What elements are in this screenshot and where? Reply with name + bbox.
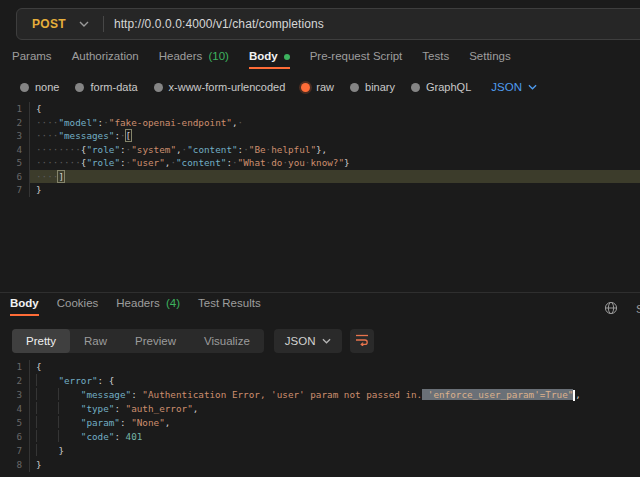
wrap-text-icon: [355, 332, 369, 350]
view-mode-raw[interactable]: Raw: [70, 329, 121, 353]
radio-icon: [301, 83, 310, 92]
code-text: }: [30, 183, 640, 197]
token-key: "error": [58, 375, 97, 386]
response-tab-body[interactable]: Body: [10, 297, 39, 316]
radio-icon: [20, 83, 29, 92]
radio-icon: [75, 83, 84, 92]
tab-count: (4): [163, 297, 180, 309]
token-ws: ·: [238, 117, 244, 128]
line-number: 6: [0, 430, 30, 444]
token-str: "auth_error": [126, 403, 193, 414]
token-str: "user": [131, 157, 165, 168]
response-section-divider: [0, 292, 640, 293]
view-mode-visualize[interactable]: Visualize: [190, 329, 264, 353]
line-number: 1: [0, 102, 30, 116]
token-key: "role": [86, 157, 120, 168]
tab-count: (10): [205, 50, 229, 62]
token-pun: :: [114, 403, 125, 414]
line-number: 4: [0, 143, 30, 157]
tab-settings[interactable]: Settings: [469, 50, 511, 69]
token-pun: ,: [575, 389, 581, 400]
token-key: "content": [176, 157, 226, 168]
request-url-bar: POST http://0.0.0.0:4000/v1/chat/complet…: [16, 8, 640, 40]
code-line: 4········{"role":·"system",·"content":·"…: [0, 143, 640, 157]
indent-guide: [58, 388, 80, 400]
code-text: {: [30, 102, 640, 116]
method-selector[interactable]: POST: [17, 17, 101, 31]
token-pun: },: [316, 144, 327, 155]
method-label: POST: [32, 17, 66, 31]
token-pun: : {: [98, 375, 115, 386]
token-str: know?": [310, 157, 344, 168]
body-mode-radios: noneform-datax-www-form-urlencodedrawbin…: [20, 77, 640, 97]
indent-guide: [36, 374, 58, 386]
radio-icon: [350, 83, 359, 92]
view-mode-pretty[interactable]: Pretty: [12, 329, 70, 353]
token-pun: ,: [165, 417, 171, 428]
body-mode-raw[interactable]: raw: [301, 81, 334, 93]
code-text: "error": {: [30, 374, 640, 388]
view-mode-preview[interactable]: Preview: [121, 329, 190, 353]
line-number: 5: [0, 156, 30, 170]
body-mode-label: form-data: [90, 81, 137, 93]
tab-authorization[interactable]: Authorization: [72, 50, 139, 69]
code-line: 1{: [0, 102, 640, 116]
code-text: "message": "Authentication Error, 'user'…: [30, 388, 640, 402]
body-mode-none[interactable]: none: [20, 81, 59, 93]
response-tab-headers[interactable]: Headers (4): [116, 297, 180, 316]
code-line: 7}: [0, 183, 640, 197]
token-key: "type": [81, 403, 115, 414]
tab-label: Body: [249, 50, 278, 62]
token-ws: ····: [36, 117, 58, 128]
line-number: 4: [0, 402, 30, 416]
response-body-editor[interactable]: 1{2"error": {3"message": "Authentication…: [0, 356, 640, 477]
code-text: ····"model":·"fake-openai-endpoint",·: [30, 116, 640, 130]
token-str: do: [271, 157, 282, 168]
body-mode-graphql[interactable]: GraphQL: [411, 81, 471, 93]
token-num: 401: [126, 431, 143, 442]
token-key: "role": [86, 144, 120, 155]
response-language-select[interactable]: JSON: [274, 329, 343, 353]
token-key: "code": [81, 431, 115, 442]
request-language-select[interactable]: JSON: [491, 81, 537, 93]
url-input[interactable]: http://0.0.0.0:4000/v1/chat/completions: [114, 17, 324, 31]
response-language-label: JSON: [285, 335, 316, 347]
tab-headers[interactable]: Headers (10): [159, 50, 229, 69]
token-pun: }: [36, 459, 42, 470]
indent-guide: [36, 416, 58, 428]
indent-guide: [58, 416, 80, 428]
body-mode-label: raw: [316, 81, 334, 93]
tab-label: Settings: [469, 50, 511, 62]
response-tab-cookies[interactable]: Cookies: [57, 297, 99, 316]
code-line: 6"code": 401: [0, 430, 640, 444]
token-str: helpful": [271, 144, 316, 155]
code-line: 6····]: [0, 170, 640, 184]
wrap-text-button[interactable]: [350, 329, 374, 353]
tab-pre-request-script[interactable]: Pre-request Script: [310, 50, 403, 69]
response-toolbar: PrettyRawPreviewVisualize JSON: [12, 329, 374, 353]
request-body-editor[interactable]: 1{2····"model":·"fake-openai-endpoint",·…: [0, 100, 640, 292]
status-text-clipped: St: [636, 303, 640, 317]
line-number: 3: [0, 129, 30, 143]
token-ws: ····: [36, 171, 58, 182]
indent-guide: [36, 430, 58, 442]
code-text: "code": 401: [30, 430, 640, 444]
code-text: }: [30, 458, 640, 472]
token-pun: {: [36, 361, 42, 372]
tab-body[interactable]: Body: [249, 50, 290, 69]
chevron-down-icon: [322, 338, 331, 344]
body-mode-x-www-form-urlencoded[interactable]: x-www-form-urlencoded: [154, 81, 286, 93]
token-ws: ········: [36, 157, 81, 168]
code-line: 5"param": "None",: [0, 416, 640, 430]
response-tab-test-results[interactable]: Test Results: [198, 297, 261, 316]
tab-tests[interactable]: Tests: [422, 50, 449, 69]
body-mode-form-data[interactable]: form-data: [75, 81, 137, 93]
code-text: {: [30, 360, 640, 374]
network-info-button[interactable]: [604, 301, 618, 319]
body-mode-binary[interactable]: binary: [350, 81, 395, 93]
tab-label: Headers: [159, 50, 202, 62]
code-line: 2"error": {: [0, 374, 640, 388]
token-ws: ····: [36, 130, 58, 141]
token-pun: ,: [193, 403, 199, 414]
tab-params[interactable]: Params: [12, 50, 52, 69]
